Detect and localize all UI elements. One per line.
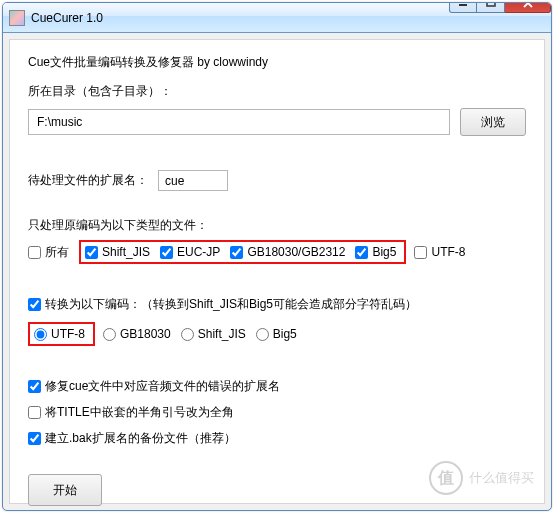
window-title: CueCurer 1.0 bbox=[31, 11, 449, 25]
cbx-shiftjis[interactable]: Shift_JIS bbox=[85, 245, 150, 259]
rdo-big5[interactable]: Big5 bbox=[256, 327, 297, 341]
close-icon bbox=[522, 2, 534, 8]
cbx-eucjp[interactable]: EUC-JP bbox=[160, 245, 220, 259]
minimize-button[interactable] bbox=[449, 2, 477, 13]
start-button[interactable]: 开始 bbox=[28, 474, 102, 506]
svg-rect-1 bbox=[487, 2, 495, 6]
cbx-backup[interactable]: 建立.bak扩展名的备份文件（推荐） bbox=[28, 430, 236, 447]
maximize-button[interactable] bbox=[477, 2, 505, 13]
dir-input[interactable] bbox=[28, 109, 450, 135]
close-button[interactable] bbox=[505, 2, 551, 13]
cbx-all[interactable]: 所有 bbox=[28, 244, 69, 261]
cbx-gb[interactable]: GB18030/GB2312 bbox=[230, 245, 345, 259]
highlight-source-enc: Shift_JIS EUC-JP GB18030/GB2312 Big5 bbox=[79, 240, 406, 264]
target-enc-row: UTF-8 GB18030 Shift_JIS Big5 bbox=[28, 322, 526, 346]
ext-label: 待处理文件的扩展名： bbox=[28, 172, 148, 189]
cbx-convert[interactable]: 转换为以下编码：（转换到Shift_JIS和Big5可能会造成部分字符乱码） bbox=[28, 296, 417, 313]
app-heading: Cue文件批量编码转换及修复器 by clowwindy bbox=[28, 54, 526, 71]
maximize-icon bbox=[486, 2, 496, 8]
rdo-gb[interactable]: GB18030 bbox=[103, 327, 171, 341]
source-enc-label: 只处理原编码为以下类型的文件： bbox=[28, 217, 526, 234]
svg-rect-0 bbox=[459, 4, 467, 6]
app-icon bbox=[9, 10, 25, 26]
cbx-big5[interactable]: Big5 bbox=[355, 245, 396, 259]
rdo-shiftjis[interactable]: Shift_JIS bbox=[181, 327, 246, 341]
source-enc-row: 所有 Shift_JIS EUC-JP GB18030/GB2312 Big5 … bbox=[28, 240, 526, 264]
browse-button[interactable]: 浏览 bbox=[460, 108, 526, 136]
cbx-utf8[interactable]: UTF-8 bbox=[414, 245, 465, 259]
app-window: CueCurer 1.0 Cue文件批量编码转换及修复器 by clowwind… bbox=[2, 2, 552, 511]
cbx-title-quotes[interactable]: 将TITLE中嵌套的半角引号改为全角 bbox=[28, 404, 234, 421]
minimize-icon bbox=[458, 2, 468, 8]
titlebar: CueCurer 1.0 bbox=[3, 3, 551, 33]
rdo-utf8[interactable]: UTF-8 bbox=[34, 327, 85, 341]
cbx-fix-audio-ext[interactable]: 修复cue文件中对应音频文件的错误的扩展名 bbox=[28, 378, 280, 395]
window-controls bbox=[449, 2, 551, 13]
highlight-target-utf8: UTF-8 bbox=[28, 322, 95, 346]
client-area: Cue文件批量编码转换及修复器 by clowwindy 所在目录（包含子目录）… bbox=[9, 39, 545, 504]
dir-label: 所在目录（包含子目录）： bbox=[28, 83, 526, 100]
ext-input[interactable] bbox=[158, 170, 228, 191]
